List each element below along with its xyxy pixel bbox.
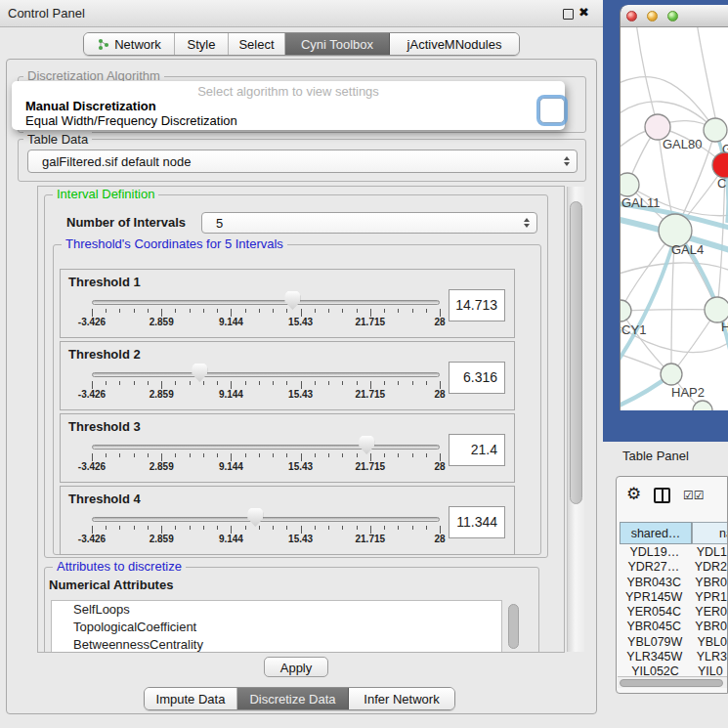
attribute-list-item[interactable]: BetweennessCentrality [52, 636, 501, 653]
slider-handle[interactable] [192, 364, 207, 382]
table-row[interactable]: YPR145WYPR1 [617, 590, 727, 605]
table-row[interactable]: YLR345WYLR3 [617, 650, 727, 664]
column-split-icon[interactable] [654, 488, 670, 503]
tick-label: 15.43 [288, 317, 313, 327]
tab-style[interactable]: Style [175, 33, 229, 55]
table-header: shared… na [617, 522, 727, 544]
cell-shared-name: YPR145W [617, 590, 691, 605]
cell-name: YLR3 [693, 650, 727, 664]
network-view-window: GAL80GCGAL11GAL4GCY1HHAP2 [620, 5, 728, 410]
zoom-traffic-light-icon[interactable] [667, 11, 678, 21]
table-row[interactable]: YBR043CYBR0 [617, 576, 727, 590]
attribute-list-item[interactable]: TopologicalCoefficient [52, 619, 501, 636]
table-row[interactable]: YIL052CYIL0 [617, 664, 727, 676]
tick-label: 15.43 [288, 534, 313, 544]
float-window-icon[interactable] [563, 9, 574, 20]
threshold-value-field[interactable]: 6.316 [449, 362, 505, 394]
tick-label: 9.144 [219, 534, 243, 544]
dropdown-item[interactable]: Equal Width/Frequency Discretization [25, 113, 237, 128]
spinner-icon [524, 218, 530, 228]
scrollbar-thumb[interactable] [570, 201, 582, 504]
table-rows: YDL19…YDL1YDR27…YDR2YBR043CYBR0YPR145WYP… [617, 545, 727, 676]
table-row[interactable]: YDL19…YDL1 [617, 545, 727, 560]
table-data-value: galFiltered.sif default node [42, 154, 191, 169]
apply-button[interactable]: Apply [264, 657, 328, 677]
node-label: GCY1 [621, 322, 646, 337]
numerical-attributes-label: Numerical Attributes [49, 578, 173, 592]
network-node[interactable] [621, 300, 631, 321]
threshold-value-field[interactable]: 11.344 [449, 506, 505, 538]
tick-label: 9.144 [219, 461, 243, 472]
cell-shared-name: YLR345W [617, 650, 693, 664]
tick-label: -3.426 [78, 317, 106, 327]
attributes-group: Attributes to discretize Numerical Attri… [44, 567, 539, 653]
node-label: HAP2 [671, 385, 705, 400]
table-row[interactable]: YBR045CYBR0 [617, 620, 727, 634]
tick-label: 28 [434, 317, 445, 327]
node-label: GAL4 [671, 242, 704, 257]
network-window-titlebar[interactable] [621, 5, 728, 27]
tab-network[interactable]: Network [84, 33, 175, 55]
tab-discretize-data[interactable]: Discretize Data [237, 688, 349, 709]
table-row[interactable]: YDR27…YDR2 [617, 560, 727, 575]
threshold-panel: Threshold 1-3.4262.8599.14415.4321.71528… [60, 269, 515, 338]
tick-label: 2.859 [150, 461, 174, 472]
threshold-value-field[interactable]: 14.713 [449, 289, 505, 321]
table-row[interactable]: YBL079WYBL0 [617, 635, 727, 650]
tick-label: -3.426 [78, 534, 106, 544]
attributes-list-scrollbar-thumb[interactable] [508, 604, 519, 649]
network-icon [97, 38, 109, 51]
tab-label: Cyni Toolbox [301, 37, 373, 52]
dropdown-item[interactable]: Manual Discretization [25, 99, 156, 113]
tick-label: 21.715 [356, 389, 386, 400]
tab-infer-network[interactable]: Infer Network [349, 688, 454, 709]
threshold-panel: Threshold 3-3.4262.8599.14415.4321.71528… [60, 413, 515, 483]
network-edge[interactable] [621, 263, 728, 277]
slider-handle[interactable] [247, 508, 263, 527]
settings-vertical-scrollbar[interactable] [567, 187, 584, 652]
threshold-label: Threshold 4 [68, 492, 141, 506]
network-node[interactable] [621, 173, 639, 196]
network-canvas[interactable]: GAL80GCGAL11GAL4GCY1HHAP2 [621, 27, 728, 410]
cell-name: YIL0 [694, 664, 723, 676]
algorithm-combobox[interactable] [539, 98, 565, 123]
attribute-list-item[interactable]: SelfLoops [52, 601, 501, 619]
cell-shared-name: YBR045C [617, 620, 691, 634]
tick-label: -3.426 [78, 461, 106, 472]
number-of-intervals-combobox[interactable]: 5 [201, 212, 537, 234]
network-edge-thick[interactable] [621, 236, 675, 364]
threshold-value-field[interactable]: 21.4 [449, 434, 505, 466]
tab-impute-data[interactable]: Impute Data [145, 688, 237, 709]
tab-label: Impute Data [156, 692, 226, 707]
tab-label: Network [114, 37, 161, 52]
close-traffic-light-icon[interactable] [626, 11, 637, 21]
tab-jactivemnodules[interactable]: jActiveMNodules [390, 33, 519, 55]
network-graph[interactable]: GAL80GCGAL11GAL4GCY1HHAP2 [621, 27, 728, 410]
table-row[interactable]: YER054CYER0 [617, 605, 727, 620]
control-panel-titlebar [0, 0, 603, 27]
minimize-traffic-light-icon[interactable] [647, 11, 658, 21]
slider-handle[interactable] [359, 436, 374, 454]
network-node[interactable] [661, 364, 682, 385]
slider-handle[interactable] [284, 291, 300, 310]
close-icon[interactable]: ✖ [578, 5, 589, 20]
number-of-intervals-label: Number of Intervals [66, 215, 186, 230]
table-data-combobox[interactable]: galFiltered.sif default node [27, 150, 578, 173]
gear-icon[interactable]: ⚙ [626, 484, 641, 503]
network-node[interactable] [704, 118, 727, 142]
tab-select[interactable]: Select [229, 33, 285, 55]
column-header-name[interactable]: na [692, 522, 728, 544]
network-node[interactable] [693, 401, 712, 410]
tab-label: Infer Network [364, 692, 439, 707]
cell-name: YBR0 [691, 576, 727, 590]
network-edge[interactable] [621, 310, 717, 311]
scrollbar-thumb[interactable] [620, 679, 723, 687]
interval-definition-title: Interval Definition [53, 187, 158, 201]
tab-cyni-toolbox[interactable]: Cyni Toolbox [285, 33, 390, 55]
select-columns-checkboxes-icon[interactable]: ☑☑ [683, 489, 705, 502]
attributes-list[interactable]: SelfLoopsTopologicalCoefficientBetweenne… [51, 600, 502, 653]
thresholds-group: Threshold's Coordinates for 5 Intervals … [53, 244, 541, 555]
table-horizontal-scrollbar[interactable] [618, 676, 728, 688]
dropdown-hint: Select algorithm to view settings [12, 84, 565, 99]
column-header-shared[interactable]: shared… [620, 522, 692, 544]
